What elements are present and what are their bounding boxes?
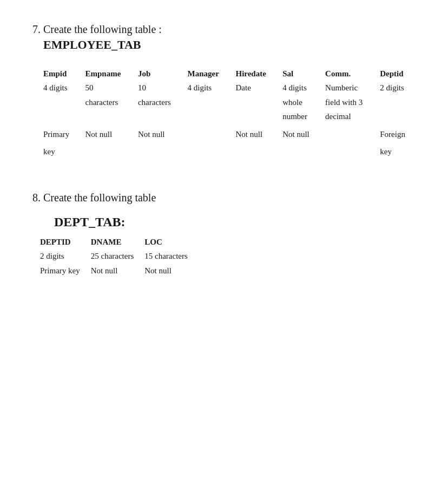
dept-data-row-1: 2 digits 25 characters 15 characters (38, 249, 196, 264)
cell-deptid-c1: Foreign (374, 124, 416, 142)
section-7-title-line1: 7. Create the following table : (32, 22, 416, 37)
cell-manager-c2 (182, 141, 230, 159)
cell-job-1: 10 (133, 81, 182, 95)
dept-col-dname-header: DNAME (89, 235, 143, 250)
col-job-header: Job (133, 67, 182, 81)
table-header-row: Empid Empname Job Manager Hiredate Sal C… (38, 67, 416, 81)
dept-cell-deptid-1: 2 digits (38, 249, 89, 264)
cell-comm-c2 (320, 141, 374, 159)
dept-cell-loc-1: 15 characters (142, 249, 196, 264)
dept-header-row: DEPTID DNAME LOC (38, 235, 196, 250)
cell-sal-1: 4 digits (277, 81, 320, 95)
cell-deptid-3 (374, 109, 416, 124)
dept-tab-title: DEPT_TAB: (32, 215, 416, 229)
cell-hiredate-c1: Not null (230, 124, 277, 142)
dept-constraint-row: Primary key Not null Not null (38, 264, 196, 278)
dept-col-deptid-header: DEPTID (38, 235, 89, 250)
cell-job-c1: Not null (133, 124, 182, 142)
cell-hiredate-1: Date (230, 81, 277, 95)
section-7: 7. Create the following table : EMPLOYEE… (32, 22, 416, 159)
cell-deptid-c2: key (374, 141, 416, 159)
cell-comm-1: Numberic (320, 81, 374, 95)
dept-table: DEPTID DNAME LOC 2 digits 25 characters … (38, 235, 196, 278)
dept-cell-dname-c: Not null (89, 264, 143, 278)
cell-empname-1: 50 (80, 81, 133, 95)
cell-comm-3: decimal (320, 109, 374, 124)
cell-manager-2 (182, 95, 230, 110)
col-empname-header: Empname (80, 67, 133, 81)
cell-empname-c2 (80, 141, 133, 159)
dept-col-loc-header: LOC (142, 235, 196, 250)
col-empid-header: Empid (38, 67, 80, 81)
col-hiredate-header: Hiredate (230, 67, 277, 81)
cell-comm-c1 (320, 124, 374, 142)
col-manager-header: Manager (182, 67, 230, 81)
cell-empname-3 (80, 109, 133, 124)
cell-hiredate-3 (230, 109, 277, 124)
table-data-row-3: number decimal (38, 109, 416, 124)
dept-cell-dname-1: 25 characters (89, 249, 143, 264)
cell-job-c2 (133, 141, 182, 159)
cell-job-2: characters (133, 95, 182, 110)
cell-comm-2: field with 3 (320, 95, 374, 110)
table-data-row-2: characters characters whole field with 3 (38, 95, 416, 110)
cell-empid-c1: Primary (38, 124, 80, 142)
section-8: 8. Create the following table DEPT_TAB: … (32, 192, 416, 278)
section-7-title-line2: EMPLOYEE_TAB (32, 37, 416, 54)
cell-empid-3 (38, 109, 80, 124)
cell-manager-3 (182, 109, 230, 124)
section-8-title: 8. Create the following table (32, 192, 416, 204)
col-sal-header: Sal (277, 67, 320, 81)
cell-job-3 (133, 109, 182, 124)
cell-empname-2: characters (80, 95, 133, 110)
cell-hiredate-c2 (230, 141, 277, 159)
cell-empname-c1: Not null (80, 124, 133, 142)
cell-sal-c1: Not null (277, 124, 320, 142)
cell-manager-1: 4 digits (182, 81, 230, 95)
col-deptid-header: Deptid (374, 67, 416, 81)
cell-empid-c2: key (38, 141, 80, 159)
cell-empid-2 (38, 95, 80, 110)
dept-cell-loc-c: Not null (142, 264, 196, 278)
col-comm-header: Comm. (320, 67, 374, 81)
cell-deptid-1: 2 digits (374, 81, 416, 95)
employee-table: Empid Empname Job Manager Hiredate Sal C… (38, 67, 416, 159)
cell-sal-2: whole (277, 95, 320, 110)
table-constraint-row-2: key key (38, 141, 416, 159)
cell-deptid-2 (374, 95, 416, 110)
section-7-title: 7. Create the following table : EMPLOYEE… (32, 22, 416, 54)
cell-sal-3: number (277, 109, 320, 124)
cell-hiredate-2 (230, 95, 277, 110)
employee-table-wrapper: Empid Empname Job Manager Hiredate Sal C… (38, 67, 416, 159)
table-data-row-1: 4 digits 50 10 4 digits Date 4 digits Nu… (38, 81, 416, 95)
cell-sal-c2 (277, 141, 320, 159)
cell-manager-c1 (182, 124, 230, 142)
dept-cell-deptid-c: Primary key (38, 264, 89, 278)
table-constraint-row-1: Primary Not null Not null Not null Not n… (38, 124, 416, 142)
cell-empid-1: 4 digits (38, 81, 80, 95)
